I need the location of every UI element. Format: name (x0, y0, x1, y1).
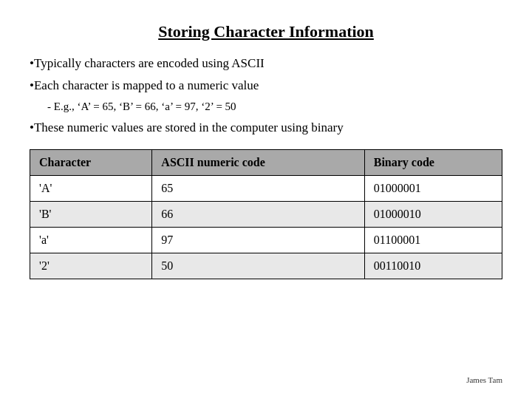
table-cell-2-2: 01100001 (364, 228, 502, 253)
col-header-binary: Binary code (364, 150, 502, 176)
table-cell-3-1: 50 (152, 253, 364, 279)
sub-bullet-1: - E.g., ‘A’ = 65, ‘B’ = 66, ‘a’ = 97, ‘2… (30, 99, 502, 115)
table-cell-0-2: 01000001 (364, 176, 502, 202)
table-cell-0-1: 65 (152, 176, 364, 202)
table-row: '2'5000110010 (30, 253, 502, 279)
table-cell-3-2: 00110010 (364, 253, 502, 279)
table-cell-0-0: 'A' (30, 176, 152, 202)
bullet-3: •These numeric values are stored in the … (30, 119, 502, 137)
table-row: 'A'6501000001 (30, 176, 502, 202)
table-cell-1-0: 'B' (30, 202, 152, 228)
bullet-list: •Typically characters are encoded using … (30, 55, 502, 136)
col-header-ascii: ASCII numeric code (152, 150, 364, 176)
ascii-table: Character ASCII numeric code Binary code… (30, 149, 502, 279)
bullet-1: •Typically characters are encoded using … (30, 55, 502, 72)
table-cell-2-1: 97 (152, 228, 364, 253)
table-cell-1-2: 01000010 (364, 202, 502, 228)
page: Storing Character Information •Typically… (0, 0, 532, 399)
bullet-2: •Each character is mapped to a numeric v… (30, 77, 502, 95)
footer-credit: James Tam (30, 375, 502, 384)
table-row: 'B'6601000010 (30, 202, 502, 228)
table-cell-3-0: '2' (30, 253, 152, 279)
col-header-character: Character (30, 150, 152, 176)
page-title: Storing Character Information (30, 22, 502, 41)
data-table-wrapper: Character ASCII numeric code Binary code… (30, 149, 502, 279)
table-header-row: Character ASCII numeric code Binary code (30, 150, 502, 176)
table-cell-2-0: 'a' (30, 228, 152, 253)
table-cell-1-1: 66 (152, 202, 364, 228)
table-row: 'a'9701100001 (30, 228, 502, 253)
